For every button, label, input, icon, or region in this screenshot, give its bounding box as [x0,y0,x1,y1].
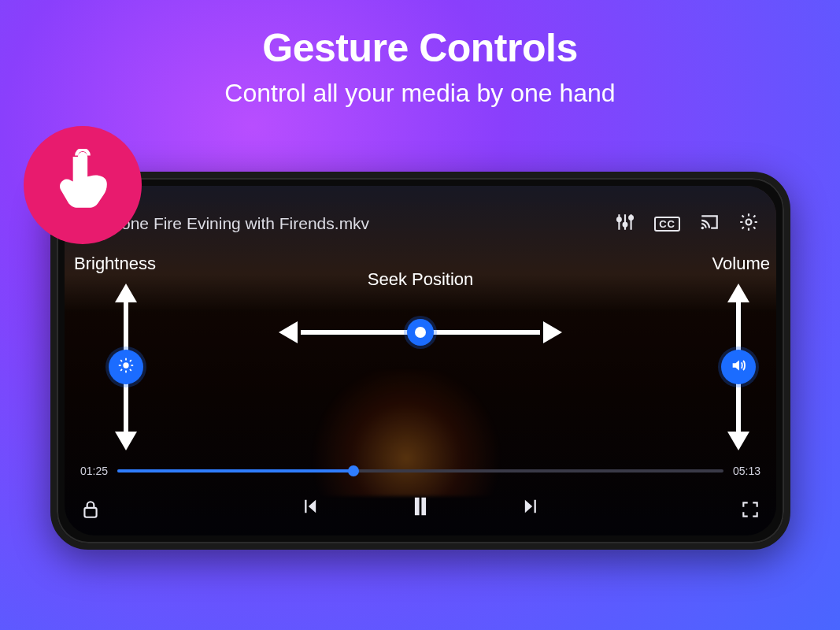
touch-gesture-badge [24,126,142,244]
brightness-gesture-area[interactable] [109,280,143,454]
svg-point-6 [123,362,128,368]
promo-title: Gesture Controls [0,25,840,71]
equalizer-icon[interactable] [615,212,635,235]
video-title: Bone Fire Evining with Firends.mkv [110,214,604,233]
volume-gesture-area[interactable] [721,280,756,454]
progress-bar[interactable] [117,469,723,472]
previous-button[interactable] [298,495,320,521]
next-button[interactable] [520,495,542,521]
arrow-down-icon [115,432,137,450]
arrow-up-icon [727,284,749,302]
arrow-right-icon [543,321,562,343]
seek-knob-dot [415,327,426,338]
seek-gesture-area[interactable] [279,309,562,356]
play-pause-button[interactable] [407,493,434,523]
svg-point-5 [746,220,752,225]
fullscreen-button[interactable] [740,499,760,523]
svg-point-4 [701,227,704,229]
promo-subtitle: Control all your media by one hand [0,79,840,108]
promo-background: Gesture Controls Control all your media … [0,0,840,630]
seek-knob[interactable] [407,319,434,346]
brightness-icon [117,357,135,377]
progress-thumb[interactable] [348,465,359,476]
svg-point-1 [617,217,621,221]
volume-knob[interactable] [721,350,756,384]
arrow-up-icon [115,284,137,302]
closed-captions-button[interactable]: CC [654,217,680,232]
svg-point-2 [624,223,627,227]
gear-icon[interactable] [738,212,759,235]
volume-gesture-label: Volume [712,254,770,274]
touch-icon [54,149,112,221]
speaker-icon [730,357,747,377]
brightness-knob[interactable] [109,350,143,384]
svg-point-0 [80,152,85,158]
progress-row: 01:25 05:13 [80,465,760,477]
top-actions: CC [615,212,759,235]
arrow-down-icon [727,432,749,450]
player-top-bar: Bone Fire Evining with Firends.mkv CC [65,208,776,239]
player-screen[interactable]: Bone Fire Evining with Firends.mkv CC Br… [65,186,776,536]
svg-rect-7 [84,508,96,517]
svg-point-3 [629,216,633,220]
lock-button[interactable] [80,499,101,523]
cast-icon[interactable] [699,212,720,235]
brightness-gesture-label: Brightness [74,254,156,274]
total-time: 05:13 [733,465,760,477]
elapsed-time: 01:25 [80,465,108,477]
playback-controls [298,493,542,523]
arrow-left-icon [279,321,298,343]
progress-played [117,469,353,472]
device-frame: Bone Fire Evining with Firends.mkv CC Br… [50,172,790,550]
seek-gesture-label: Seek Position [368,269,474,290]
